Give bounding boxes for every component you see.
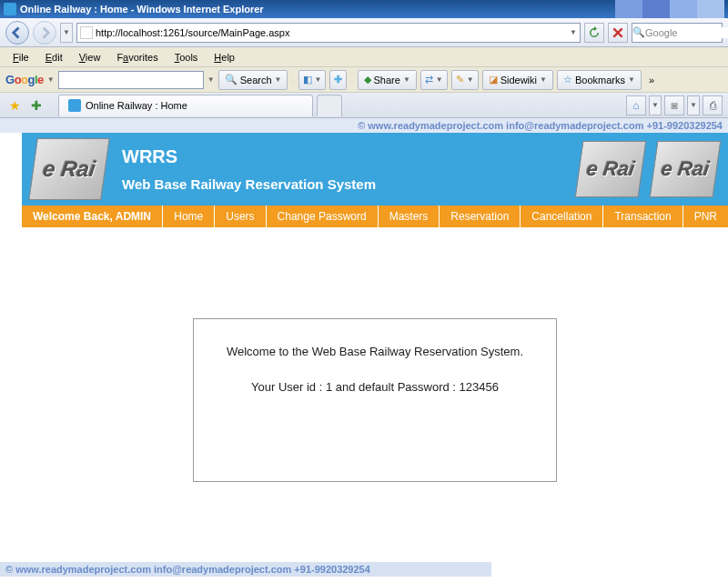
home-icon: ⌂: [632, 99, 639, 112]
google-translate-button[interactable]: ⇄▼: [420, 70, 448, 90]
titlebar-accent: [615, 0, 724, 18]
tab-bar: ★ ✚ Online Railway : Home ⌂ ▼ ◙ ▼ ⎙: [0, 93, 728, 118]
add-favorite-button[interactable]: ✚: [27, 96, 46, 115]
welcome-text: Welcome Back, ADMIN: [22, 210, 162, 223]
menu-edit[interactable]: Edit: [38, 50, 70, 65]
logo-left: e Rai: [28, 138, 110, 200]
bookmark-icon: ☆: [563, 74, 572, 85]
google-sidewiki-label: Sidewiki: [500, 75, 537, 85]
logo-right-1: e Rai: [575, 141, 647, 197]
nav-masters[interactable]: Masters: [378, 206, 440, 227]
google-plus-button[interactable]: ✚: [329, 70, 347, 90]
stop-button[interactable]: [608, 23, 628, 43]
google-more-button[interactable]: »: [645, 75, 658, 85]
ie-icon: [4, 3, 16, 15]
tab-active[interactable]: Online Railway : Home: [58, 95, 313, 116]
page-content: © www.readymadeproject.com info@readymad…: [0, 118, 728, 482]
search-icon: 🔍: [225, 74, 238, 85]
new-tab-button[interactable]: [317, 95, 342, 116]
print-icon: ⎙: [710, 99, 716, 112]
menu-file[interactable]: File: [5, 50, 36, 65]
google-search-input[interactable]: [58, 71, 204, 89]
google-share-button[interactable]: ◆ Share ▼: [358, 70, 417, 90]
welcome-box: Welcome to the Web Base Railway Reservat…: [193, 318, 557, 482]
menu-bar: File Edit View Favorites Tools Help: [0, 47, 728, 67]
autofill-icon: ✎: [456, 74, 464, 85]
google-autofill-button[interactable]: ✎▼: [451, 70, 479, 90]
google-menu-dropdown[interactable]: ▼: [47, 75, 55, 84]
translate-icon: ⇄: [425, 74, 433, 85]
main-nav: Welcome Back, ADMIN Home Users Change Pa…: [22, 206, 728, 227]
logo-right-2: e Rai: [650, 141, 722, 197]
sidebar-icon: ◧: [303, 74, 312, 85]
arrow-right-icon: [38, 26, 51, 39]
recent-pages-dropdown[interactable]: ▼: [60, 23, 73, 43]
watermark-top: © www.readymadeproject.com info@readymad…: [0, 118, 728, 133]
watermark-bottom: © www.readymadeproject.com info@readymad…: [0, 562, 728, 577]
feeds-dropdown[interactable]: ▼: [687, 95, 700, 115]
rss-icon: ◙: [671, 99, 677, 112]
address-dropdown[interactable]: ▼: [570, 28, 577, 36]
home-dropdown[interactable]: ▼: [649, 95, 662, 115]
nav-change-password[interactable]: Change Password: [266, 206, 378, 227]
feeds-button[interactable]: ◙: [664, 95, 684, 115]
nav-users[interactable]: Users: [214, 206, 265, 227]
refresh-icon: [588, 26, 601, 39]
nav-pnr[interactable]: PNR: [682, 206, 728, 227]
search-box[interactable]: 🔍: [632, 23, 723, 43]
print-button[interactable]: ⎙: [703, 95, 723, 115]
address-bar[interactable]: ▼: [76, 23, 581, 43]
google-bookmarks-button[interactable]: ☆ Bookmarks ▼: [557, 70, 642, 90]
nav-reservation[interactable]: Reservation: [439, 206, 520, 227]
nav-cancellation[interactable]: Cancellation: [520, 206, 602, 227]
menu-view[interactable]: View: [72, 50, 108, 65]
window-title: Online Railway : Home - Windows Internet…: [20, 4, 264, 15]
search-input[interactable]: [645, 27, 728, 38]
nav-home[interactable]: Home: [162, 206, 214, 227]
stop-icon: [612, 26, 624, 39]
forward-button[interactable]: [33, 21, 56, 45]
address-input[interactable]: [96, 27, 567, 38]
google-search-dropdown[interactable]: ▼: [207, 75, 215, 84]
menu-favorites[interactable]: Favorites: [109, 50, 165, 65]
welcome-line2: Your User id : 1 and default Password : …: [210, 380, 540, 394]
refresh-button[interactable]: [584, 23, 604, 43]
menu-help[interactable]: Help: [207, 50, 242, 65]
arrow-left-icon: [11, 26, 24, 39]
google-search-button[interactable]: 🔍 Search ▼: [218, 70, 288, 90]
google-search-label: Search: [240, 75, 272, 85]
google-share-label: Share: [374, 75, 400, 85]
search-icon: 🔍: [632, 26, 645, 38]
google-bookmarks-label: Bookmarks: [575, 75, 625, 85]
tab-title: Online Railway : Home: [86, 100, 187, 111]
google-sidewiki-button[interactable]: ◪ Sidewiki ▼: [482, 70, 553, 90]
share-icon: ◆: [364, 74, 371, 85]
plus-icon: ✚: [334, 74, 342, 85]
favorites-button[interactable]: ★: [5, 96, 24, 115]
welcome-line1: Welcome to the Web Base Railway Reservat…: [210, 345, 540, 358]
menu-tools[interactable]: Tools: [167, 50, 206, 65]
google-logo[interactable]: Google: [5, 73, 44, 86]
banner-acronym: WRRS: [122, 146, 562, 167]
back-button[interactable]: [5, 21, 29, 45]
ie-icon: [68, 99, 81, 112]
window-titlebar: Online Railway : Home - Windows Internet…: [0, 0, 728, 18]
google-sidebar-button[interactable]: ◧▼: [298, 70, 327, 90]
page-icon: [80, 26, 93, 39]
banner-subtitle: Web Base Railway Reservation System: [122, 176, 562, 192]
banner: e Rai WRRS Web Base Railway Reservation …: [22, 133, 728, 206]
nav-transaction[interactable]: Transaction: [602, 206, 682, 227]
home-button[interactable]: ⌂: [626, 95, 646, 115]
sidewiki-icon: ◪: [489, 74, 498, 85]
google-toolbar: Google ▼ ▼ 🔍 Search ▼ · ◧▼ ✚ · ◆ Share ▼…: [0, 67, 728, 93]
nav-toolbar: ▼ ▼ 🔍: [0, 18, 728, 47]
